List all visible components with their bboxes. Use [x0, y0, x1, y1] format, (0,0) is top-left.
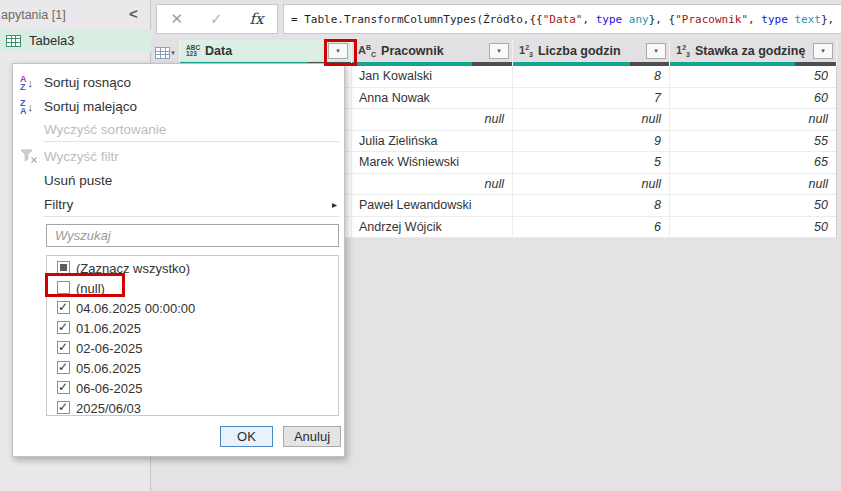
fx-icon[interactable]: fx	[250, 10, 264, 28]
value-checkbox[interactable]	[57, 321, 70, 334]
formula-input[interactable]: = Table.TransformColumnTypes(Źródło,{{"D…	[283, 4, 841, 34]
type-number-icon: 123	[519, 44, 533, 58]
red-highlight-data-filter-button	[324, 39, 357, 66]
menu-item-sort-ascending[interactable]: AZ↓ Sortuj rosnąco	[13, 70, 344, 95]
commit-formula-icon[interactable]: ✓	[210, 10, 223, 28]
value-checkbox[interactable]	[57, 301, 70, 314]
filter-value-item[interactable]: 05.06.2025	[47, 358, 338, 378]
cancel-formula-icon[interactable]: ✕	[170, 10, 183, 28]
clear-filter-icon	[20, 149, 40, 164]
column-header-pracownik[interactable]: ABC Pracownik ▾	[352, 40, 513, 62]
table-menu-arrow-icon: ▾	[171, 49, 175, 57]
column-header-liczba-godzin[interactable]: 123 Liczba godzin ▾	[513, 40, 670, 62]
menu-separator	[43, 141, 339, 142]
red-highlight-null-checkbox	[45, 273, 125, 297]
cancel-button[interactable]: Anuluj	[283, 426, 341, 447]
filter-value-item[interactable]: 06-06-2025	[47, 378, 338, 398]
query-item-tabela3[interactable]: Tabela3	[0, 29, 151, 52]
table-header-row: ABC123 Data ▾ ABC Pracownik ▾ 123 Liczba…	[180, 40, 837, 62]
type-text-icon: ABC	[358, 44, 376, 58]
formula-text: = Table.TransformColumnTypes(Źródło,{{	[291, 13, 543, 26]
type-number-icon: 123	[676, 44, 690, 58]
sort-ascending-icon: AZ↓	[20, 75, 33, 91]
collapse-pane-icon[interactable]: <	[129, 5, 138, 22]
filter-menu: AZ↓ Sortuj rosnąco ZA↓ Sortuj malejąco W…	[12, 63, 345, 457]
sort-descending-icon: ZA↓	[20, 99, 33, 115]
table-corner-icon	[155, 47, 170, 59]
filter-button-liczba-godzin[interactable]: ▾	[646, 43, 666, 59]
filter-value-item[interactable]: 01.06.2025	[47, 318, 338, 338]
filter-button-stawka[interactable]: ▾	[813, 43, 833, 59]
query-name: Tabela3	[29, 33, 75, 48]
menu-item-sort-descending[interactable]: ZA↓ Sortuj malejąco	[13, 94, 344, 119]
menu-item-clear-sort: Wyczyść sortowanie	[13, 117, 344, 142]
formula-toolbar: ✕ ✓ fx	[156, 4, 278, 34]
value-checkbox[interactable]	[57, 381, 70, 394]
ok-button[interactable]: OK	[220, 426, 273, 447]
filter-value-item[interactable]: 04.06.2025 00:00:00	[47, 298, 338, 318]
power-query-editor-window: apytania [1] < Tabela3 ✕ ✓ fx = Table.Tr…	[0, 0, 841, 491]
menu-item-remove-empty[interactable]: Usuń puste	[13, 168, 344, 193]
value-checkbox[interactable]	[57, 401, 70, 414]
value-checkbox[interactable]	[57, 361, 70, 374]
menu-item-clear-filter: Wyczyść filtr	[13, 144, 344, 169]
filter-button-pracownik[interactable]: ▾	[489, 43, 509, 59]
column-header-stawka[interactable]: 123 Stawka za godzinę ▾	[670, 40, 837, 62]
value-checkbox[interactable]	[57, 341, 70, 354]
type-any-icon: ABC123	[186, 45, 200, 57]
menu-separator	[43, 216, 339, 217]
submenu-arrow-icon: ▸	[332, 199, 337, 210]
menu-item-filters[interactable]: Filtry ▸	[13, 192, 344, 217]
search-input[interactable]	[46, 224, 339, 247]
queries-header: apytania [1]	[1, 8, 66, 22]
table-icon	[6, 35, 21, 47]
filter-value-item[interactable]: 2025/06/03	[47, 398, 338, 416]
filter-value-item[interactable]: 02-06-2025	[47, 338, 338, 358]
